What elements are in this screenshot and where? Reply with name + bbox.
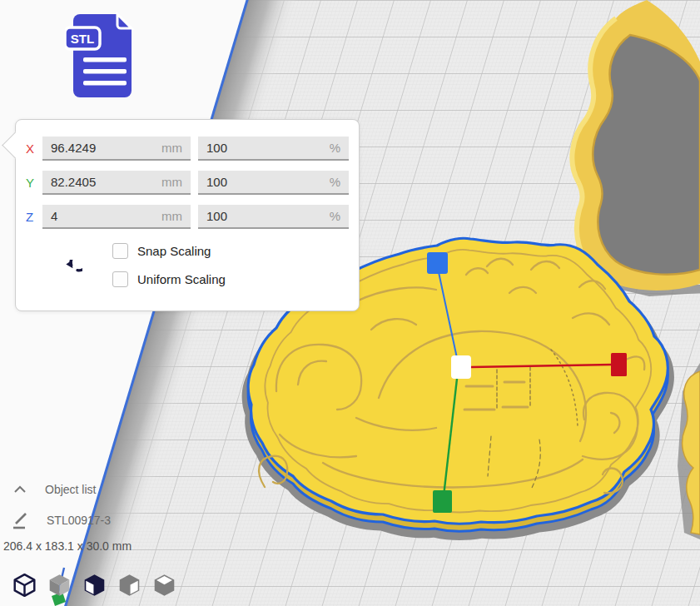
- snap-scaling-row: Snap Scaling: [112, 243, 211, 259]
- y-percent-value: 100: [206, 175, 227, 189]
- view-front-button[interactable]: [47, 573, 72, 598]
- snap-scaling-checkbox[interactable]: [112, 243, 128, 259]
- object-list-header[interactable]: Object list: [13, 483, 96, 496]
- stl-text-line: [83, 81, 127, 86]
- cube-right-icon: [151, 573, 177, 598]
- z-size-value: 4: [51, 209, 57, 223]
- cube-left-icon: [117, 573, 142, 598]
- gizmo-x-handle[interactable]: [611, 353, 627, 376]
- gizmo-y-handle[interactable]: [433, 490, 452, 513]
- view-right-button[interactable]: [151, 573, 177, 598]
- x-size-unit: mm: [161, 141, 182, 155]
- scale-row-y: Y 82.2405 mm 100 %: [26, 170, 349, 196]
- axis-x-label: X: [26, 142, 42, 156]
- stl-folded-corner: [117, 14, 132, 28]
- stl-badge-label: STL: [71, 32, 94, 46]
- cube-front-icon: [47, 573, 72, 598]
- uniform-scaling-label: Uniform Scaling: [137, 272, 226, 286]
- cutter-interior: [593, 35, 700, 275]
- x-percent-value: 100: [206, 141, 227, 155]
- stl-text-line: [83, 57, 127, 62]
- y-size-unit: mm: [161, 175, 182, 189]
- x-size-input[interactable]: 96.4249 mm: [42, 137, 191, 161]
- x-percent-input[interactable]: 100 %: [198, 137, 349, 161]
- reset-scale-button[interactable]: [57, 260, 82, 286]
- scale-tool-panel: X 96.4249 mm 100 % Y 82.2405 mm 100 % Z: [15, 119, 360, 311]
- gizmo-center-handle[interactable]: [451, 355, 471, 379]
- axis-y-label: Y: [26, 176, 42, 190]
- snap-scaling-label: Snap Scaling: [137, 244, 211, 258]
- scale-row-x: X 96.4249 mm 100 %: [26, 136, 349, 161]
- uniform-scaling-checkbox[interactable]: [112, 271, 128, 287]
- x-percent-unit: %: [330, 141, 340, 155]
- gizmo-z-handle[interactable]: [427, 252, 448, 274]
- z-percent-unit: %: [330, 209, 340, 223]
- view-top-button[interactable]: [82, 573, 107, 598]
- scale-row-z: Z 4 mm 100 %: [26, 204, 349, 230]
- 3d-viewport[interactable]: STL X 96.4249 mm 100 % Y 82.2405 mm 100: [0, 0, 700, 606]
- object-list-item[interactable]: STL00917-3: [12, 511, 111, 529]
- z-size-input[interactable]: 4 mm: [42, 205, 191, 229]
- cube-3d-icon: [12, 573, 37, 598]
- uniform-scaling-row: Uniform Scaling: [112, 271, 226, 287]
- reset-icon: [71, 260, 82, 271]
- object-name: STL00917-3: [47, 514, 111, 527]
- object-dimensions: 206.4 x 183.1 x 30.0 mm: [3, 539, 132, 553]
- pencil-icon: [12, 511, 30, 529]
- y-percent-input[interactable]: 100 %: [198, 171, 349, 195]
- stl-text-line: [83, 69, 127, 74]
- view-3d-button[interactable]: [12, 573, 37, 598]
- x-size-value: 96.4249: [51, 141, 96, 155]
- y-size-value: 82.2405: [51, 175, 96, 189]
- chevron-up-icon: [13, 484, 27, 494]
- z-size-unit: mm: [161, 209, 182, 223]
- camera-view-toolbar: [12, 573, 177, 598]
- axis-z-label: Z: [26, 210, 42, 224]
- y-percent-unit: %: [330, 175, 340, 189]
- stl-file-icon: STL: [65, 10, 140, 102]
- z-percent-value: 100: [206, 209, 227, 223]
- view-left-button[interactable]: [117, 573, 142, 598]
- y-size-input[interactable]: 82.2405 mm: [42, 171, 191, 195]
- z-percent-input[interactable]: 100 %: [198, 205, 349, 229]
- cube-top-icon: [82, 573, 107, 598]
- object-list-title: Object list: [45, 483, 96, 496]
